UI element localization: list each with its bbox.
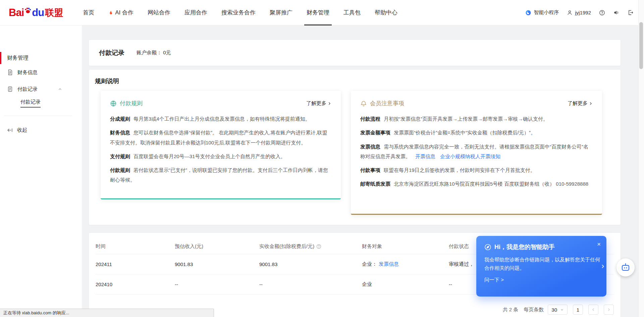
previous-page-button[interactable] <box>588 305 598 315</box>
entity-label: 企业： <box>362 261 377 267</box>
rules-cards: 付款规则 了解更多 分成规则每月第3或4个工作日产出上月分成信息及发票信息，如有… <box>101 91 602 215</box>
rule-label: 分成规则 <box>110 116 130 122</box>
flame-icon <box>108 10 113 15</box>
rule-label: 发票信息 <box>360 144 380 149</box>
rule-label: 付款流程 <box>360 116 380 122</box>
more-label: 了解更多 <box>306 100 326 107</box>
sidebar-divider <box>4 116 72 116</box>
member-notice-card-title: 会员注意事项 <box>370 100 404 107</box>
member-notice-card-header: 会员注意事项 了解更多 <box>360 100 593 107</box>
rule-item: 分成规则每月第3或4个工作日产出上月分成信息及发票信息，如有特殊情况将提前通知。 <box>110 114 331 124</box>
smart-miniprogram-link[interactable]: 智能小程序 <box>525 9 559 16</box>
cell-entity: 企业： 发票信息 <box>362 261 449 267</box>
per-page-value: 30 <box>551 307 557 313</box>
invoice-info-row-link[interactable]: 发票信息 <box>379 261 399 267</box>
payment-rules-more-link[interactable]: 了解更多 <box>306 100 331 107</box>
nav-item-finance-management[interactable]: 财务管理 <box>300 0 336 25</box>
logo-text-du: du <box>32 7 44 19</box>
globe-icon <box>110 100 117 107</box>
nav-item-toolkit[interactable]: 工具包 <box>336 0 368 25</box>
sidebar-section-finance-management[interactable]: 财务管理 <box>0 52 82 64</box>
page-number-button[interactable]: 1 <box>573 305 583 315</box>
invoice-info-link[interactable]: 开票信息 <box>415 153 435 159</box>
nav-item-website-cooperation[interactable]: 网站合作 <box>141 0 177 25</box>
close-icon[interactable]: × <box>597 241 601 247</box>
ask-button[interactable]: 问一下 > <box>484 277 598 283</box>
rule-item: 财务信息您可以在财务信息中选择“保留付款”。 在此期间您产生的收入,将在账户内进… <box>110 128 331 147</box>
per-page-select[interactable]: 30 <box>548 305 568 315</box>
robot-icon <box>621 262 631 272</box>
payment-rules-card: 付款规则 了解更多 分成规则每月第3或4个工作日产出上月分成信息及发票信息，如有… <box>101 91 341 199</box>
chevron-down-icon <box>560 308 564 312</box>
bell-icon <box>360 100 367 107</box>
rules-section-title: 规则说明 <box>95 77 602 85</box>
payment-rules-card-title: 付款规则 <box>120 100 143 107</box>
chevron-right-icon <box>327 102 331 106</box>
sidebar-collapse-button[interactable]: 收起 <box>0 123 82 137</box>
sidebar-item-finance-info[interactable]: 财务信息 <box>0 64 82 81</box>
cell-time: 202410 <box>96 281 175 287</box>
scrollbar-thumb[interactable] <box>639 22 643 69</box>
cell-received: -- <box>259 281 362 287</box>
rule-label: 付款事项 <box>360 167 380 173</box>
next-page-button[interactable] <box>604 305 614 315</box>
compass-icon <box>484 244 491 251</box>
rule-item: 发票信息需与系统内发票信息内容完全一致，否则无法支付。请根据发票信息页面中“百度… <box>360 142 593 162</box>
rule-item: 发票金额事项发票票面“价税合计”金额=系统中“实收金额（扣除税费后/元）”。 <box>360 128 593 137</box>
nav-item-app-cooperation[interactable]: 应用合作 <box>177 0 214 25</box>
nav-item-ai-cooperation[interactable]: AI 合作 <box>101 0 141 25</box>
sidebar-item-label: 付款记录 <box>17 86 38 92</box>
sidebar-subitem-payment-records[interactable]: 付款记录 <box>20 99 82 108</box>
rule-item: 支付规则百度联盟会在每月20号—31号支付企业会员上个自然月产生的收入。 <box>110 151 331 161</box>
rule-text: 北京市海淀区西北旺东路10号院百度科技园5号楼 百度联盟财务组（收） 010-5… <box>394 181 588 187</box>
top-navigation: Bai du 联盟 首页 AI 合作 网站合作 应用合作 搜索业务合作 聚屏推广… <box>0 0 644 25</box>
logo-text-union: 联盟 <box>45 7 63 19</box>
collapse-label: 收起 <box>17 127 27 133</box>
nav-right-cluster: 智能小程序 jyj1992 <box>525 9 634 16</box>
help-icon[interactable] <box>599 10 605 16</box>
nav-item-screen-promotion[interactable]: 聚屏推广 <box>263 0 300 25</box>
member-notice-more-link[interactable]: 了解更多 <box>568 100 593 107</box>
rule-item: 付款流程月初按“发票信息”页面开具发票→上传发票→邮寄发票→审核→确认支付。 <box>360 114 593 124</box>
main-nav: 首页 AI 合作 网站合作 应用合作 搜索业务合作 聚屏推广 财务管理 工具包 … <box>76 0 405 25</box>
cell-entity: 企业 <box>362 281 449 288</box>
user-account[interactable]: jyj1992 <box>567 10 591 15</box>
rule-label: 邮寄纸质发票 <box>360 181 390 187</box>
more-label: 了解更多 <box>568 100 588 107</box>
balance-value: 0元 <box>163 50 171 55</box>
nav-item-label: AI 合作 <box>115 9 133 16</box>
column-header-received-amount: 实收金额(扣除税费后/元) <box>259 243 362 250</box>
nav-item-search-cooperation[interactable]: 搜索业务合作 <box>214 0 263 25</box>
member-notice-card: 会员注意事项 了解更多 付款流程月初按“发票信息”页面开具发票→上传发票→邮寄发… <box>351 91 602 215</box>
rule-item: 邮寄纸质发票北京市海淀区西北旺东路10号院百度科技园5号楼 百度联盟财务组（收）… <box>360 179 593 189</box>
rule-text: 联盟在每月19日之后签收的发票，付款时间安排在下个月首批支付。 <box>384 167 535 173</box>
scrollbar-track[interactable] <box>638 0 644 317</box>
baidu-union-logo[interactable]: Bai du 联盟 <box>9 7 63 19</box>
per-page-label: 每页条数 <box>524 307 544 313</box>
cell-received: 9001.83 <box>259 261 362 267</box>
rule-text: 发票票面“价税合计”金额=系统中“实收金额（扣除税费后/元）”。 <box>394 130 536 135</box>
column-header-estimated-income: 预估收入(元) <box>175 243 259 250</box>
total-count: 共 2 条 <box>503 307 519 313</box>
question-circle-icon[interactable] <box>316 244 321 249</box>
document-icon <box>7 69 13 75</box>
robot-assistant-button[interactable] <box>616 258 635 276</box>
rules-panel: 规则说明 付款规则 了解更多 分成规则每月第3或4个工作日产出上月分 <box>89 70 621 225</box>
assistant-header: Hi，我是您的智能助手 <box>484 243 598 251</box>
nav-item-home[interactable]: 首页 <box>76 0 101 25</box>
cell-time: 202411 <box>96 261 175 267</box>
sidebar-item-payment-records[interactable]: 付款记录 <box>0 81 82 98</box>
rule-label: 发票金额事项 <box>360 130 390 135</box>
page-header-panel: 付款记录 账户余额： 0元 <box>89 40 621 66</box>
nav-item-help-center[interactable]: 帮助中心 <box>368 0 405 25</box>
assistant-next-icon[interactable] <box>600 264 605 269</box>
smart-assistant-popup: Hi，我是您的智能助手 × 我会帮助您诊断合作链路问题，以及解答您关于任何合作相… <box>476 236 606 297</box>
column-header-finance-entity: 财务对象 <box>362 243 449 250</box>
logo-text-bai: Bai <box>9 7 24 19</box>
column-header-time: 时间 <box>96 243 175 250</box>
rule-item: 付款规则若付款状态显示“已支付”，说明联盟已安排了您的付款。支付后三个工作日内到… <box>110 165 331 185</box>
logout-icon[interactable] <box>628 9 634 16</box>
rule-label: 支付规则 <box>110 153 130 159</box>
announcement-speaker-icon[interactable] <box>613 9 620 16</box>
small-taxpayer-invoice-guide-link[interactable]: 企业小规模纳税人开票须知 <box>440 153 500 159</box>
